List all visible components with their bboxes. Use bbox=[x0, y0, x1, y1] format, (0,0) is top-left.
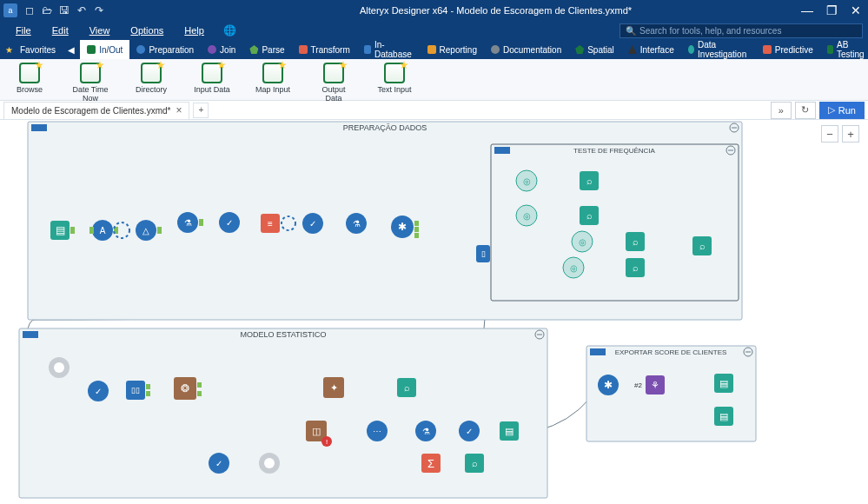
svg-text:⚘: ⚘ bbox=[651, 380, 659, 390]
play-icon: ▷ bbox=[828, 104, 835, 116]
history-button[interactable]: ↻ bbox=[795, 102, 816, 119]
language-icon[interactable]: 🌐 bbox=[223, 24, 236, 36]
overflow-button[interactable]: » bbox=[771, 102, 792, 119]
close-button[interactable]: ✕ bbox=[844, 3, 868, 17]
svg-text:✓: ✓ bbox=[95, 387, 102, 396]
svg-text:▤: ▤ bbox=[719, 411, 728, 421]
svg-rect-22 bbox=[157, 227, 162, 234]
node-transform[interactable]: ≡ bbox=[261, 214, 280, 233]
node-score2[interactable]: ⚘ bbox=[646, 375, 665, 395]
node-browse2[interactable]: ⌕ bbox=[580, 206, 599, 225]
menu-bar: File Edit View Options Help 🌐 🔍 Search f… bbox=[0, 21, 868, 40]
node-cleanse4[interactable]: ✓ bbox=[459, 421, 480, 441]
tool-map-input[interactable]: Map Input bbox=[252, 63, 294, 94]
tool-output-data[interactable]: Output Data bbox=[313, 63, 354, 103]
tool-text-input[interactable]: Text Input bbox=[374, 63, 415, 94]
tab-interface[interactable]: Interface bbox=[621, 40, 681, 59]
node-browse6[interactable]: ⌕ bbox=[465, 454, 484, 473]
svg-point-91 bbox=[264, 458, 275, 468]
menu-help[interactable]: Help bbox=[174, 25, 215, 36]
document-tab[interactable]: Modelo de Escoragem de Clientes.yxmd* × bbox=[3, 102, 189, 119]
tab-data-investigation[interactable]: Data Investigation bbox=[681, 40, 756, 59]
undo-icon[interactable]: ↶ bbox=[73, 4, 90, 17]
node-join2[interactable]: ✱ bbox=[598, 375, 619, 395]
tab-in-database[interactable]: In-Database bbox=[357, 40, 421, 59]
svg-text:⌕: ⌕ bbox=[404, 382, 410, 393]
node-append[interactable]: ▯ bbox=[476, 245, 490, 262]
svg-text:◫: ◫ bbox=[312, 426, 321, 436]
menu-edit[interactable]: Edit bbox=[42, 25, 79, 36]
svg-text:⚗: ⚗ bbox=[353, 219, 361, 229]
menu-file[interactable]: File bbox=[5, 25, 42, 36]
tab-favorites[interactable]: Favorites bbox=[13, 40, 63, 59]
node-freq4[interactable]: ◎ bbox=[563, 257, 584, 278]
svg-text:⌕: ⌕ bbox=[586, 210, 593, 221]
tab-predictive[interactable]: Predictive bbox=[756, 40, 820, 59]
svg-text:▯: ▯ bbox=[481, 249, 486, 258]
node-browse5[interactable]: ⌕ bbox=[397, 378, 416, 397]
svg-text:⌕: ⌕ bbox=[472, 458, 478, 468]
svg-rect-17 bbox=[89, 227, 94, 234]
open-icon[interactable]: 🗁 bbox=[38, 4, 56, 17]
tab-spatial[interactable]: Spatial bbox=[568, 40, 621, 59]
node-output1[interactable]: ▤ bbox=[500, 421, 519, 441]
svg-text:!: ! bbox=[326, 438, 328, 446]
node-browse3b[interactable]: ⌕ bbox=[692, 236, 712, 255]
tab-documentation[interactable]: Documentation bbox=[484, 40, 568, 59]
svg-text:▯▯: ▯▯ bbox=[131, 386, 140, 395]
minimize-button[interactable]: — bbox=[795, 3, 819, 17]
node-output3[interactable]: ▤ bbox=[714, 407, 733, 426]
node-cleanse[interactable]: ✓ bbox=[219, 212, 240, 233]
node-cleanse3[interactable]: ✓ bbox=[88, 381, 109, 401]
ribbon-left-arrow[interactable]: ◀ bbox=[63, 45, 80, 55]
container-model-title: MODELO ESTATISTICO bbox=[240, 330, 326, 339]
tool-input-data[interactable]: Input Data bbox=[191, 63, 233, 94]
svg-rect-38 bbox=[414, 227, 419, 232]
menu-options[interactable]: Options bbox=[120, 25, 174, 36]
node-formula2[interactable]: ⚗ bbox=[346, 213, 367, 234]
tab-ab-testing[interactable]: AB Testing bbox=[820, 40, 868, 59]
tool-browse[interactable]: Browse bbox=[9, 63, 50, 94]
redo-icon[interactable]: ↷ bbox=[90, 4, 108, 17]
maximize-button[interactable]: ❐ bbox=[819, 3, 844, 17]
run-button[interactable]: ▷Run bbox=[819, 102, 865, 119]
node-freq2[interactable]: ◎ bbox=[516, 205, 537, 226]
node-sigma[interactable]: Σ bbox=[421, 454, 441, 473]
tab-reporting[interactable]: Reporting bbox=[421, 40, 484, 59]
node-freq3[interactable]: ◎ bbox=[572, 231, 593, 252]
svg-text:▤: ▤ bbox=[505, 426, 514, 436]
node-browse1[interactable]: ⌕ bbox=[580, 171, 599, 190]
tab-transform[interactable]: Transform bbox=[292, 40, 357, 59]
title-bar: a ◻ 🗁 🖫 ↶ ↷ Alteryx Designer x64 - Model… bbox=[0, 0, 868, 21]
node-cleanse2[interactable]: ✓ bbox=[302, 213, 323, 234]
node-freq1[interactable]: ◎ bbox=[516, 170, 537, 191]
node-output2[interactable]: ▤ bbox=[714, 374, 733, 393]
node-browse3[interactable]: ⌕ bbox=[626, 232, 645, 251]
node-union[interactable]: ⋯ bbox=[367, 421, 388, 441]
tab-in-out[interactable]: In/Out bbox=[80, 40, 129, 59]
node-clean5[interactable]: ✓ bbox=[209, 453, 229, 474]
node-score[interactable]: ✦ bbox=[323, 377, 344, 398]
node-formula3[interactable]: ⚗ bbox=[415, 421, 436, 441]
tab-preparation[interactable]: Preparation bbox=[129, 40, 201, 59]
save-icon[interactable]: 🖫 bbox=[56, 4, 73, 17]
node-browse4[interactable]: ⌕ bbox=[626, 258, 645, 277]
svg-text:△: △ bbox=[142, 226, 149, 235]
tool-date-time-now[interactable]: Date Time Now bbox=[70, 63, 111, 103]
tab-parse[interactable]: Parse bbox=[242, 40, 291, 59]
workflow-canvas[interactable]: − + bbox=[0, 120, 868, 504]
svg-text:⌕: ⌕ bbox=[633, 236, 639, 247]
node-macroin[interactable] bbox=[49, 357, 70, 378]
new-tab-button[interactable]: + bbox=[193, 103, 209, 118]
svg-text:⚗: ⚗ bbox=[422, 427, 430, 436]
tab-join[interactable]: Join bbox=[201, 40, 242, 59]
tool-directory[interactable]: Directory bbox=[130, 63, 172, 94]
new-icon[interactable]: ◻ bbox=[21, 4, 38, 17]
close-tab-icon[interactable]: × bbox=[176, 104, 182, 116]
node-macro2[interactable] bbox=[259, 453, 280, 474]
menu-view[interactable]: View bbox=[79, 25, 121, 36]
label-w2: #2 bbox=[634, 381, 642, 389]
search-box[interactable]: 🔍 Search for tools, help, and resources bbox=[620, 23, 863, 38]
svg-text:✓: ✓ bbox=[226, 218, 233, 228]
app-icon: a bbox=[3, 3, 17, 17]
